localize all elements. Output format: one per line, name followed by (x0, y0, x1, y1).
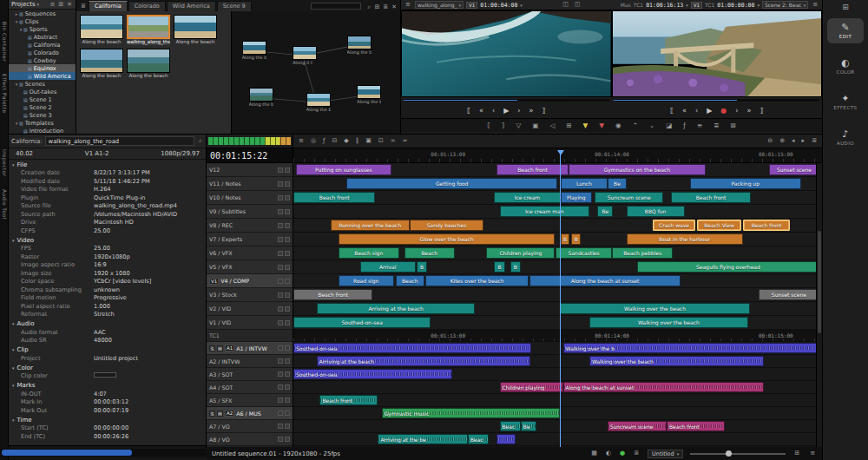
clip-gymnastic-music[interactable]: Gymnastic music (382, 408, 560, 418)
timeline-settings-button[interactable]: ≣ (810, 138, 819, 144)
clip-glow-over-the-beach[interactable]: Glow over the beach (339, 233, 556, 245)
track-monitor-button[interactable] (278, 358, 283, 364)
tree-item-scene-1[interactable]: ▤Scene 1 (9, 95, 76, 103)
bin-map-clip-along-the-beach[interactable]: Along the beach (249, 88, 273, 107)
track-monitor-button[interactable] (278, 398, 283, 403)
track-lock-button[interactable] (285, 168, 290, 173)
clip-ice-cream[interactable]: Ice cream (494, 192, 560, 203)
clip-beach[interactable]: Beach (404, 247, 455, 259)
clip-beach[interactable]: Beach (396, 275, 424, 286)
step-back-button[interactable]: ‹ (694, 108, 700, 115)
clip-southed-on-sea[interactable]: Southed-on-sea (293, 369, 452, 379)
bin-tab-wild-america[interactable]: Wild America (167, 1, 216, 11)
mute-button[interactable]: M (217, 411, 223, 417)
replace-edit-button[interactable]: ◉ (614, 122, 623, 129)
mark-out-button[interactable]: ⟧ (758, 108, 765, 115)
workspace-edit[interactable]: ✎EDIT (827, 18, 864, 43)
tree-item-equinox[interactable]: ▤Equinox (9, 64, 76, 72)
track-header-v12[interactable]: V12 (207, 163, 293, 177)
clip-along-the-beach-at-sunset[interactable]: Along the beach at sunset (529, 275, 681, 286)
track-monitor-button[interactable] (278, 237, 283, 242)
clip-kites-over-the-beach[interactable]: Kites over the beach (425, 275, 529, 286)
tree-item-scene-2[interactable]: ▤Scene 2 (9, 103, 76, 111)
track-lock-button[interactable] (285, 411, 290, 416)
focus-button[interactable]: ◎ (309, 138, 318, 144)
clip-ice-cream-man[interactable]: Ice cream man (500, 206, 590, 217)
composer-settings-icon[interactable]: ≡ (811, 2, 819, 8)
bin-clip-along-the-beach[interactable]: Along the beach (127, 49, 170, 79)
clip-b[interactable]: B (417, 261, 427, 273)
clip-b[interactable]: B (510, 261, 521, 273)
frame-view-icon[interactable]: ⊞ (372, 4, 381, 10)
track-header-v10[interactable]: V10 / Notes (207, 191, 293, 205)
tree-item-scene-3[interactable]: ▤Scene 3 (9, 111, 76, 119)
clip-putting-on-sunglasses[interactable]: Putting on sunglasses (296, 164, 391, 175)
section-marks[interactable]: ▾Marks (9, 381, 207, 391)
audio-mixer-button[interactable]: ≣ (712, 122, 720, 129)
clip-sunset-scene[interactable]: Sunset scene (759, 289, 819, 300)
solo-button[interactable]: S (209, 345, 215, 352)
tree-item-sequences[interactable]: ▸▥Sequences (9, 10, 76, 17)
source-patch-a1[interactable]: A1 (225, 345, 234, 352)
mute-button[interactable]: M (217, 345, 223, 352)
inspector-hscrollbar[interactable] (0, 449, 207, 457)
track-lock-button[interactable] (285, 345, 290, 351)
track-header-v8[interactable]: V8 / REC (207, 219, 293, 233)
timeline-zoom-to-fit-icon[interactable]: ⊞ (792, 450, 801, 457)
bin-map-clip-along-the-beach[interactable]: Along the beach (242, 41, 266, 60)
play-button[interactable]: ▶ (705, 108, 713, 115)
clip-walking-over-the-beach[interactable]: Walking over the beach (589, 356, 764, 366)
clip-beach-front[interactable]: Beach front (743, 220, 791, 231)
rail-tab-audio-tool[interactable]: Audio Tool (2, 183, 8, 226)
track-header-v3[interactable]: V3 / Stock (207, 288, 293, 302)
track-header-v11[interactable]: V11 / Notes (207, 177, 293, 191)
bin-tab-colorado[interactable]: Colorado (128, 1, 166, 11)
solo-button[interactable]: S (209, 411, 215, 417)
track-lock-button[interactable] (285, 398, 290, 403)
track-monitor-button[interactable] (278, 320, 283, 325)
rewind-button[interactable]: « (681, 108, 688, 115)
track-lock-button[interactable] (285, 237, 290, 242)
track-header-a3[interactable]: A3 / SOT (207, 368, 293, 381)
effect-mode-button[interactable]: ƒ (681, 122, 687, 129)
track-monitor-button[interactable] (278, 437, 283, 442)
tree-item-sports[interactable]: ▾▥Sports (9, 25, 76, 33)
record-button[interactable]: ● (719, 108, 728, 115)
track-header-v7[interactable]: V7 / Experts (207, 233, 293, 246)
clip-arrival[interactable]: Arrival (360, 261, 416, 273)
clip-beach-front[interactable]: Beach front (671, 192, 750, 203)
bin-search-input[interactable] (311, 3, 361, 10)
track-lock-button[interactable] (285, 279, 290, 284)
clip-b[interactable]: B (494, 261, 504, 273)
track-lock-button[interactable] (285, 306, 290, 312)
full-screen-button[interactable]: ⊠ (729, 122, 738, 129)
track-monitor-button[interactable] (278, 209, 283, 214)
extract-button[interactable]: ⌄ (648, 122, 656, 129)
track-lock-button[interactable] (285, 384, 290, 390)
track-header-v1[interactable]: V1 / VID (207, 316, 293, 330)
source-patch-v1[interactable]: V1 (209, 278, 219, 285)
timeline-view-menu[interactable]: ▦ (589, 450, 599, 457)
clip-beach-pebbles[interactable]: Beach pebbles (612, 247, 673, 259)
track-header-a4[interactable]: A4 / SOT (207, 381, 293, 394)
clip-getting-food[interactable]: Getting food (346, 178, 558, 189)
track-lock-button[interactable] (285, 320, 290, 325)
trim-mode-button[interactable]: ⊟ (330, 138, 339, 144)
clip-unlabeled[interactable] (496, 434, 515, 444)
clip-beach-front[interactable]: Beach front (293, 289, 372, 300)
clip-boat-in-the-harbour[interactable]: Boat in the harbour (627, 233, 743, 245)
link-selection-button[interactable]: ∞ (389, 138, 398, 144)
clip-running-over-the-beach[interactable]: Running over the beach (331, 220, 410, 231)
track-lock-button[interactable] (285, 358, 290, 364)
clip-suncream-scene[interactable]: Suncream scene (595, 192, 663, 203)
bin-search-icon[interactable]: ⌕ (365, 4, 372, 10)
bin-map-clip-along-the-beach[interactable]: Along the beach (357, 85, 381, 104)
clip-packing-up[interactable]: Packing up (690, 178, 801, 189)
record-position-bar[interactable] (613, 98, 821, 102)
record-monitor-icon[interactable]: ◫ (573, 2, 582, 8)
track-lock-button[interactable] (285, 437, 290, 442)
track-header-a6[interactable]: SMA2A6 / MUS (207, 407, 293, 420)
bin-clip-along-the-beach[interactable]: Along the beach (174, 15, 217, 45)
overwrite-button[interactable]: ▼ (597, 122, 606, 129)
tree-item-wild-america[interactable]: ▤Wild America (9, 72, 76, 80)
